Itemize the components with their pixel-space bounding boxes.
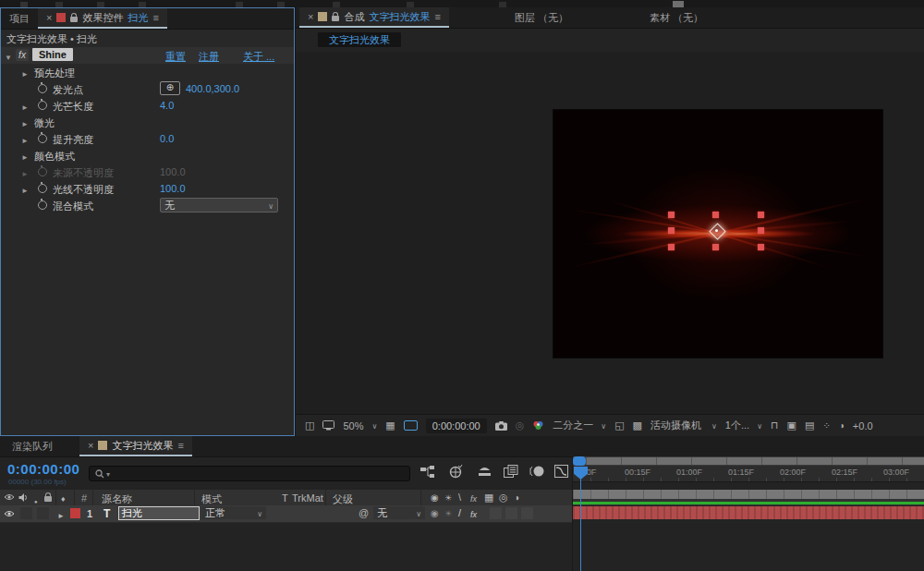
preview-time[interactable]: 0:00:00:00 [426,419,487,433]
reset-exposure-icon[interactable] [839,421,845,431]
parent-column-label[interactable]: 父级 [333,492,353,506]
expand-arrow-icon[interactable] [21,102,29,112]
expand-arrow-icon[interactable] [21,168,29,178]
layer-collapse-switch[interactable] [444,508,452,518]
stopwatch-icon[interactable] [38,167,47,176]
trkmat-column-label[interactable]: TrkMat [292,492,323,504]
effect-reset-link[interactable]: 重置 [165,50,186,64]
panel-menu-icon[interactable] [152,13,158,23]
layer-audio-cell[interactable] [20,507,32,519]
layer-shy-switch[interactable] [431,508,439,518]
tab-footage[interactable]: 素材 （无） [641,7,711,28]
selection-handle[interactable] [668,244,675,250]
label-color-swatch[interactable] [98,441,107,450]
layer-switch-cell[interactable] [521,507,533,519]
property-value[interactable]: 0.0 [160,133,174,144]
layer-switch-cell[interactable] [490,507,502,519]
tab-project[interactable]: 项目 [1,8,38,29]
exposure-value[interactable]: +0.0 [853,420,873,431]
blend-mode-dropdown[interactable]: 无 [160,198,278,213]
property-value[interactable]: 100.0 [160,183,186,194]
layer-video-eye-icon[interactable] [4,510,15,517]
property-value[interactable]: 400.0,300.0 [186,83,239,94]
layer-color-swatch[interactable] [70,508,80,518]
close-icon[interactable] [88,441,93,451]
playhead-line[interactable] [580,477,581,571]
graph-editor-icon[interactable] [554,465,568,478]
panel-menu-icon[interactable] [177,441,183,451]
label-color-swatch[interactable] [56,13,66,22]
layer-switch-cell[interactable] [505,507,517,519]
layer-solo-cell[interactable] [37,507,49,519]
flowchart-button-icon[interactable] [822,421,830,431]
time-navigator[interactable] [573,456,924,466]
source-name-column-label[interactable]: 源名称 [102,492,132,506]
show-snapshot-icon[interactable] [516,420,525,431]
resolution-select[interactable]: 二分之一 [553,419,606,432]
time-ruler[interactable]: 0F 00:15F 01:00F 01:15F 02:00F 02:15F 03… [573,466,924,482]
stopwatch-icon[interactable] [38,101,47,110]
close-icon[interactable] [308,12,313,22]
view-layout-select[interactable]: 1个... [725,419,762,432]
snapshot-icon[interactable] [495,421,507,431]
timeline-button-icon[interactable] [805,420,814,431]
mode-column-label[interactable]: 模式 [201,492,222,506]
expand-arrow-icon[interactable] [21,152,29,162]
expand-arrow-icon[interactable] [21,185,29,195]
stopwatch-icon[interactable] [38,84,47,93]
always-preview-icon[interactable] [305,420,314,431]
hide-shy-layers-icon[interactable] [477,466,492,478]
expand-arrow-icon[interactable] [21,118,29,128]
work-area-bar[interactable] [573,490,924,499]
frame-blending-icon[interactable] [504,465,518,478]
layer-parent-dropdown[interactable]: 无 [373,506,425,519]
layer-name-input[interactable]: 扫光 [118,506,200,520]
selection-handle[interactable] [712,244,719,250]
selection-handle[interactable] [758,227,764,234]
channels-icon[interactable] [532,420,544,431]
toolbar-icon[interactable] [673,1,684,7]
search-options-icon[interactable] [106,468,110,479]
tab-effect-controls[interactable]: 效果控件 扫光 [38,8,167,29]
close-icon[interactable] [46,13,52,23]
property-value[interactable]: 4.0 [160,100,174,111]
tab-composition[interactable]: 合成 文字扫光效果 [299,7,449,28]
selection-handle[interactable] [668,212,675,218]
effect-about-link[interactable]: 关于 ... [243,50,274,64]
trkmat-t-label[interactable]: T [282,492,288,504]
region-of-interest-icon[interactable] [614,420,624,431]
view-select[interactable]: 活动摄像机 [650,419,717,432]
selection-handle[interactable] [712,212,719,218]
selection-handle[interactable] [668,227,675,234]
search-input[interactable] [89,466,410,481]
layer-mode-dropdown[interactable]: 正常 [201,506,266,519]
expand-arrow-icon[interactable] [21,135,29,145]
lock-icon[interactable] [332,16,339,21]
layer-duration-bar[interactable] [573,506,924,519]
point-picker-icon[interactable]: ⊕ [160,81,180,95]
collapse-effect-icon[interactable] [5,52,12,62]
stopwatch-icon[interactable] [38,200,47,210]
expand-arrow-icon[interactable] [21,68,29,79]
layer-fx-switch[interactable] [470,509,477,519]
effect-register-link[interactable]: 注册 [199,50,219,64]
stopwatch-icon[interactable] [38,134,47,143]
stopwatch-icon[interactable] [38,184,47,193]
panel-menu-icon[interactable] [434,12,440,22]
mask-visibility-icon[interactable] [404,420,418,431]
current-timecode[interactable]: 0:00:00:00 [7,461,79,477]
selection-handle[interactable] [758,244,764,250]
magnification-select[interactable]: 50% [343,420,377,431]
primary-viewer-icon[interactable] [322,420,334,431]
parent-pickwhip-icon[interactable] [359,508,369,518]
navigator-start-handle[interactable] [573,456,586,466]
label-color-swatch[interactable] [318,12,327,21]
motion-blur-icon[interactable] [529,465,544,478]
comp-breadcrumb-chip[interactable]: 文字扫光效果 [318,32,401,47]
draft-3d-icon[interactable] [448,465,463,479]
comp-mini-flowchart-icon[interactable] [420,466,435,479]
tab-timeline-comp[interactable]: 文字扫光效果 [79,436,192,456]
tab-layer[interactable]: 图层 （无） [506,7,577,28]
fast-previews-icon[interactable] [787,420,796,431]
pixel-aspect-correction-icon[interactable] [771,420,779,431]
